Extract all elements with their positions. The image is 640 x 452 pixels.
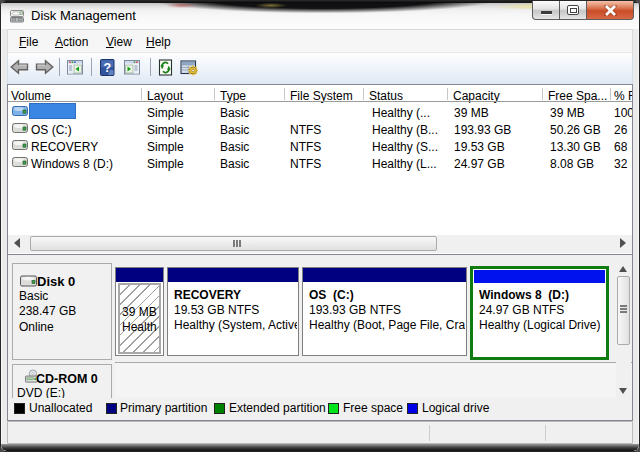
svg-text:?: ? (103, 61, 111, 75)
